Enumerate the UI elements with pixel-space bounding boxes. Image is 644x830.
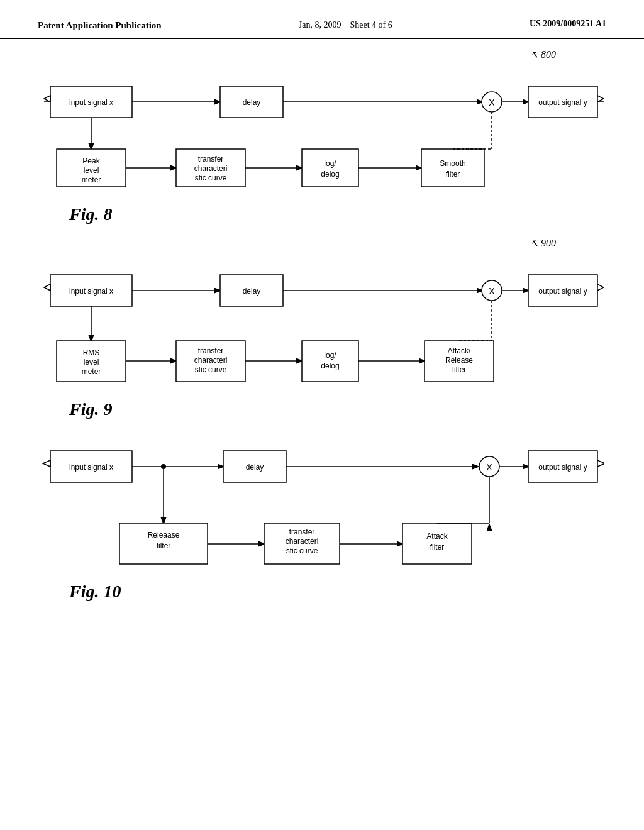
svg-text:transfer: transfer [198, 155, 224, 163]
svg-marker-82 [43, 460, 50, 467]
svg-text:X: X [489, 97, 495, 108]
svg-rect-27 [302, 149, 358, 187]
pub-date: Jan. 8, 2009 [299, 20, 341, 30]
svg-text:Smooth: Smooth [440, 159, 465, 168]
publication-title: Patent Application Publication [38, 19, 162, 32]
fig9-svg: input signal x delay X output signal y [38, 256, 604, 394]
fig8-diagram: input signal x delay X output signal y [38, 67, 606, 199]
svg-rect-31 [421, 149, 484, 187]
svg-marker-12 [44, 96, 50, 102]
svg-text:Attack/: Attack/ [448, 346, 471, 355]
svg-text:delog: delog [321, 362, 339, 370]
svg-text:characteri: characteri [286, 537, 319, 546]
svg-text:filter: filter [157, 541, 171, 550]
fig8-svg: input signal x delay X output signal y [38, 67, 604, 199]
svg-text:input signal x: input signal x [69, 463, 113, 472]
svg-text:filter: filter [452, 365, 467, 374]
fig10-svg: input signal x delay X output signal y [38, 432, 604, 577]
svg-marker-83 [597, 460, 604, 467]
svg-text:output signal y: output signal y [538, 463, 587, 472]
ref-900: ↖ 900 [530, 237, 556, 249]
svg-text:X: X [489, 286, 495, 296]
header-center: Jan. 8, 2009 Sheet 4 of 6 [299, 19, 392, 31]
ref-800: ↖ 800 [530, 48, 556, 60]
figure-10-container: input signal x delay X output signal y [38, 432, 606, 602]
figure-8-container: ↖ 800 input signal x delay X [38, 48, 606, 224]
fig8-label: Fig. 8 [69, 204, 606, 224]
svg-text:output signal y: output signal y [538, 98, 587, 107]
svg-text:Release: Release [445, 356, 473, 365]
svg-text:characteri: characteri [194, 356, 228, 365]
svg-text:filter: filter [430, 543, 445, 551]
svg-text:Peak: Peak [82, 157, 100, 165]
figure-9-container: ↖ 900 input signal x [38, 237, 606, 419]
svg-text:delog: delog [321, 170, 339, 179]
svg-text:delay: delay [243, 98, 261, 107]
svg-text:delay: delay [243, 287, 261, 296]
svg-text:level: level [84, 358, 99, 367]
sheet-info: Sheet 4 of 6 [350, 20, 392, 30]
fig9-label: Fig. 9 [69, 399, 606, 419]
svg-text:meter: meter [82, 175, 101, 184]
svg-text:delay: delay [246, 463, 264, 472]
fig10-label: Fig. 10 [69, 582, 606, 602]
svg-text:input signal x: input signal x [69, 287, 113, 296]
svg-text:input signal x: input signal x [69, 98, 113, 107]
svg-text:level: level [84, 166, 99, 175]
svg-text:stic curve: stic curve [195, 365, 227, 374]
svg-text:meter: meter [82, 367, 101, 376]
svg-text:transfer: transfer [289, 528, 315, 536]
patent-number: US 2009/0009251 A1 [530, 19, 606, 29]
svg-point-84 [161, 464, 166, 469]
svg-text:stic curve: stic curve [195, 174, 227, 182]
page-content: ↖ 800 input signal x delay X [0, 42, 644, 633]
svg-text:Attack: Attack [426, 532, 448, 541]
svg-text:stic curve: stic curve [286, 546, 318, 555]
svg-marker-49 [597, 284, 604, 290]
svg-text:filter: filter [446, 170, 460, 179]
fig9-diagram: input signal x delay X output signal y [38, 256, 606, 394]
svg-text:RMS: RMS [83, 348, 100, 357]
svg-text:transfer: transfer [198, 346, 224, 355]
svg-text:log/: log/ [324, 159, 336, 168]
fig10-diagram: input signal x delay X output signal y [38, 432, 606, 577]
svg-text:output signal y: output signal y [538, 287, 587, 296]
page-header: Patent Application Publication Jan. 8, 2… [0, 0, 644, 39]
svg-text:log/: log/ [324, 351, 336, 360]
svg-marker-14 [597, 96, 604, 102]
svg-text:Releaase: Releaase [148, 531, 180, 540]
svg-text:X: X [486, 462, 492, 472]
svg-text:characteri: characteri [194, 164, 228, 173]
svg-marker-48 [44, 284, 50, 290]
